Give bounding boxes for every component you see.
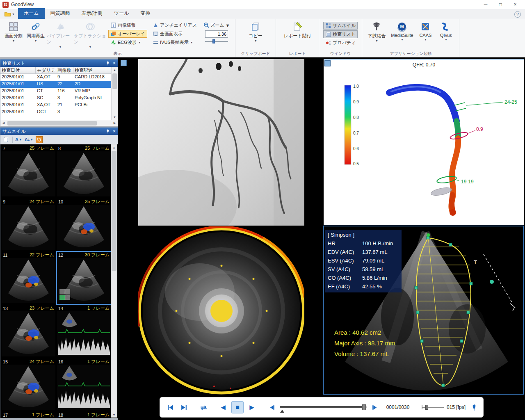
duplicate-button[interactable] bbox=[2, 136, 10, 143]
scroll-up-icon[interactable]: ▲ bbox=[112, 67, 118, 73]
frame-slider-handle[interactable] bbox=[362, 404, 366, 410]
tab-tools[interactable]: ツール bbox=[108, 8, 135, 19]
exam-list-panel-toggle[interactable]: 検査リスト bbox=[323, 30, 358, 38]
thumbnail-item-15[interactable]: 1524 フレーム bbox=[2, 358, 55, 411]
pin-playbar-button[interactable] bbox=[470, 403, 478, 411]
scrollbar-thumb[interactable] bbox=[7, 121, 97, 126]
loop-button[interactable] bbox=[198, 402, 209, 413]
scrollbar-thumb[interactable] bbox=[112, 73, 117, 89]
exam-list-vertical-scrollbar[interactable]: ▲ ▼ bbox=[111, 67, 118, 120]
frame-position-marker bbox=[280, 410, 284, 413]
guide-dot bbox=[490, 280, 494, 284]
scroll-right-icon[interactable]: ▶ bbox=[112, 121, 118, 125]
step-forward-button[interactable] bbox=[370, 402, 380, 413]
copy-button[interactable]: コピー ▼ bbox=[244, 21, 267, 51]
subtraction-button[interactable]: サブトラクション ▼ bbox=[74, 21, 107, 51]
property-panel-toggle[interactable]: プロパティ bbox=[323, 39, 358, 47]
viewport-ivus[interactable] bbox=[120, 226, 322, 395]
zoom-slider[interactable] bbox=[205, 39, 228, 44]
minimize-button[interactable]: ─ bbox=[478, 0, 493, 9]
caas-button[interactable]: CAAS ▼ bbox=[415, 21, 435, 51]
thumbnail-item-16[interactable]: 161 フレーム bbox=[57, 358, 111, 411]
group-label-apps: アプリケーション起動 bbox=[362, 51, 459, 57]
zoom-slider-handle[interactable] bbox=[212, 39, 215, 43]
ivus-catheter-marker bbox=[210, 300, 233, 322]
close-button[interactable]: × bbox=[508, 0, 523, 9]
toolbar-separator bbox=[12, 137, 13, 143]
thumbnail-panel-toggle[interactable]: サムネイル bbox=[323, 22, 358, 30]
thumbnail-item-9[interactable]: 924 フレーム bbox=[2, 199, 55, 251]
image-info-toggle[interactable]: i 画像情報 bbox=[108, 21, 147, 29]
viewport-qfr[interactable]: QFR: 0.70 1.0 0.9 0.8 0.7 0.6 0.5 bbox=[324, 59, 524, 225]
sort-by-name-button[interactable]: A▼ bbox=[15, 137, 22, 142]
viewport-angiography[interactable] bbox=[120, 59, 322, 226]
viewport-selector-square[interactable] bbox=[121, 60, 127, 66]
thumbnail-item-17[interactable]: 171 フレーム bbox=[2, 412, 55, 418]
stop-button[interactable]: ■ bbox=[231, 401, 244, 413]
thumbnail-item-18[interactable]: 181 フレーム bbox=[57, 412, 111, 418]
column-header-count[interactable]: 画像数 bbox=[56, 67, 73, 74]
exam-list-horizontal-scrollbar[interactable]: ◀ ▶ bbox=[0, 120, 118, 126]
medissuite-button[interactable]: M MedisSuite ▼ bbox=[388, 21, 415, 51]
lower-limb-button[interactable]: 下肢結合 ▼ bbox=[365, 21, 388, 51]
lower-limb-icon bbox=[371, 21, 382, 32]
column-header-date[interactable]: 検査日付 bbox=[0, 67, 36, 74]
thumbnail-item-7[interactable]: 725 フレーム bbox=[2, 145, 55, 197]
step-back-button[interactable] bbox=[266, 402, 277, 413]
refresh-button[interactable] bbox=[36, 136, 43, 143]
exam-row[interactable]: 2025/01/01 XA,OT 21 PCI Bi bbox=[0, 102, 118, 109]
ivus-long-axis-toggle[interactable]: IVUS長軸表示 ▼ bbox=[151, 39, 199, 46]
thumbnail-item-8[interactable]: 825 フレーム bbox=[57, 145, 111, 197]
report-paste-button[interactable]: レポート貼付 bbox=[281, 21, 314, 51]
speed-slider[interactable] bbox=[422, 403, 444, 411]
screen-split-button[interactable]: 画面分割 ▼ bbox=[2, 21, 25, 51]
play-reverse-button[interactable]: ◀ bbox=[218, 402, 228, 413]
qivus-button[interactable]: QIvus ▼ bbox=[435, 21, 457, 51]
pin-icon[interactable] bbox=[105, 129, 110, 134]
viewport-echo-selected[interactable]: T [ Simpson ] HR100 H.B./min EDV (A4C)13… bbox=[323, 226, 524, 395]
thumbnail-item-10[interactable]: 1025 フレーム bbox=[57, 199, 111, 251]
scroll-up-icon[interactable]: ▲ bbox=[111, 144, 117, 150]
tab-convert[interactable]: 変換 bbox=[135, 8, 156, 19]
play-button[interactable]: ▶ bbox=[247, 402, 257, 413]
fullscreen-toggle[interactable]: 全画面表示 bbox=[151, 30, 199, 38]
exam-row[interactable]: 2025/01/01 SC 3 PolyGraph NI bbox=[0, 95, 118, 102]
scroll-left-icon[interactable]: ◀ bbox=[0, 121, 7, 125]
thumbnail-vertical-scrollbar[interactable]: ▲ ▼ bbox=[111, 144, 117, 418]
thumbnail-item-14[interactable]: 141 フレーム bbox=[57, 305, 111, 357]
exam-row[interactable]: 2025/01/01 CT 116 VR MIP bbox=[0, 88, 118, 95]
help-button[interactable]: ? bbox=[514, 11, 521, 18]
skip-to-end-button[interactable] bbox=[178, 402, 189, 413]
sync-play-button[interactable]: 同期再生 ▼ bbox=[25, 21, 47, 51]
close-panel-icon[interactable]: × bbox=[113, 61, 116, 66]
column-header-modality[interactable]: モダリティ bbox=[36, 67, 56, 74]
exam-row[interactable]: 2025/01/01 XA,OT 9 CARD LD2018 bbox=[0, 74, 118, 81]
frame-slider[interactable] bbox=[280, 402, 367, 413]
exam-row-selected[interactable]: 2025/01/01 US 22 2D bbox=[0, 81, 118, 88]
speed-slider-handle[interactable] bbox=[425, 405, 428, 410]
zoom-value-input[interactable] bbox=[205, 30, 228, 38]
biplane-button[interactable]: バイプレーン ▼ bbox=[47, 21, 74, 51]
thumbnail-item-11[interactable]: 1122 フレーム bbox=[2, 252, 55, 304]
overlay-toggle[interactable]: オーバーレイ bbox=[108, 30, 147, 38]
viewport-selector-square[interactable] bbox=[324, 60, 331, 66]
thumbnail-item-13[interactable]: 1323 フレーム bbox=[2, 305, 55, 357]
tab-home[interactable]: ホーム bbox=[18, 8, 45, 19]
exam-row[interactable]: 2025/01/01 OCT 3 bbox=[0, 109, 118, 116]
skip-to-start-button[interactable] bbox=[165, 402, 176, 413]
property-icon bbox=[325, 40, 331, 46]
tab-image-quality[interactable]: 画質調節 bbox=[45, 8, 76, 19]
ecg-wave-toggle[interactable]: ECG波形 ▼ bbox=[108, 39, 147, 46]
maximize-button[interactable]: □ bbox=[493, 0, 508, 9]
scrollbar-thumb[interactable] bbox=[112, 151, 116, 271]
close-panel-icon[interactable]: × bbox=[113, 129, 116, 134]
scroll-down-icon[interactable]: ▼ bbox=[112, 114, 118, 120]
tab-display-measure[interactable]: 表示/計測 bbox=[76, 8, 108, 19]
open-file-button[interactable]: ▼ bbox=[0, 11, 18, 19]
antialias-toggle[interactable]: アンチエイリアス bbox=[151, 21, 199, 29]
sort-by-number-button[interactable]: A1▼ bbox=[25, 137, 33, 142]
scroll-down-icon[interactable]: ▼ bbox=[111, 412, 117, 418]
pin-icon[interactable] bbox=[105, 61, 110, 66]
zoom-button[interactable]: ズーム ▼ bbox=[203, 21, 230, 29]
thumbnail-item-12-selected[interactable]: 1230 フレーム bbox=[57, 252, 111, 304]
